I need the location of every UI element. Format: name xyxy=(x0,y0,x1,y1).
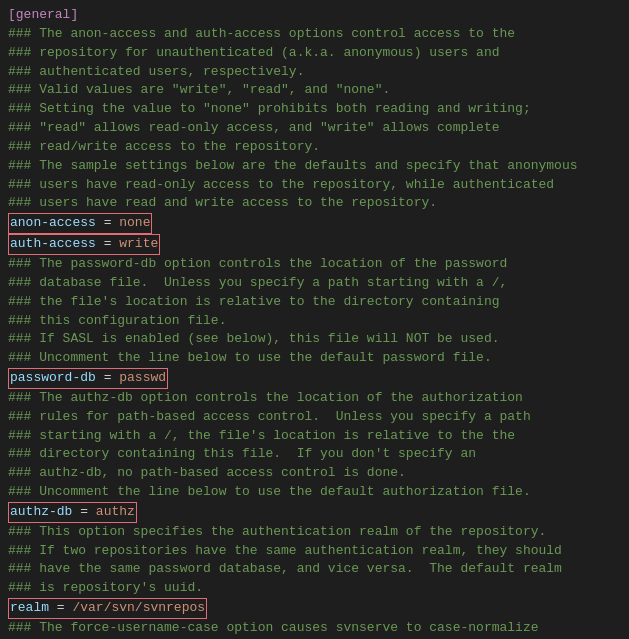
comment-line: ### starting with a /, the file's locati… xyxy=(8,427,621,446)
comment-line: ### The password-db option controls the … xyxy=(8,255,621,274)
comment-line: ### The anon-access and auth-access opti… xyxy=(8,25,621,44)
comment-line: ### directory containing this file. If y… xyxy=(8,445,621,464)
comment-line: ### rules for path-based access control.… xyxy=(8,408,621,427)
comment-line: ### If two repositories have the same au… xyxy=(8,542,621,561)
comment-line: ### have the same password database, and… xyxy=(8,560,621,579)
comment-line: ### is repository's uuid. xyxy=(8,579,621,598)
config-highlighted-line: realm = /var/svn/svnrepos xyxy=(8,598,621,619)
comment-line: ### read/write access to the repository. xyxy=(8,138,621,157)
config-highlighted-line: authz-db = authz xyxy=(8,502,621,523)
code-editor: [general]### The anon-access and auth-ac… xyxy=(0,0,629,639)
comment-line: ### Uncomment the line below to use the … xyxy=(8,483,621,502)
comment-line: ### this configuration file. xyxy=(8,312,621,331)
comment-line: ### The force-username-case option cause… xyxy=(8,619,621,638)
comment-line: ### database file. Unless you specify a … xyxy=(8,274,621,293)
comment-line: ### The authz-db option controls the loc… xyxy=(8,389,621,408)
config-highlighted-line: anon-access = none xyxy=(8,213,621,234)
comment-line: ### Uncomment the line below to use the … xyxy=(8,349,621,368)
comment-line: ### users have read and write access to … xyxy=(8,194,621,213)
comment-line: ### repository for unauthenticated (a.k.… xyxy=(8,44,621,63)
comment-line: ### Setting the value to "none" prohibit… xyxy=(8,100,621,119)
comment-line: ### authz-db, no path-based access contr… xyxy=(8,464,621,483)
config-highlighted-line: auth-access = write xyxy=(8,234,621,255)
comment-line: ### the file's location is relative to t… xyxy=(8,293,621,312)
section-header-line: [general] xyxy=(8,6,621,25)
comment-line: ### authenticated users, respectively. xyxy=(8,63,621,82)
comment-line: ### Valid values are "write", "read", an… xyxy=(8,81,621,100)
comment-line: ### This option specifies the authentica… xyxy=(8,523,621,542)
comment-line: ### The sample settings below are the de… xyxy=(8,157,621,176)
comment-line: ### If SASL is enabled (see below), this… xyxy=(8,330,621,349)
comment-line: ### users have read-only access to the r… xyxy=(8,176,621,195)
config-highlighted-line: password-db = passwd xyxy=(8,368,621,389)
comment-line: ### "read" allows read-only access, and … xyxy=(8,119,621,138)
